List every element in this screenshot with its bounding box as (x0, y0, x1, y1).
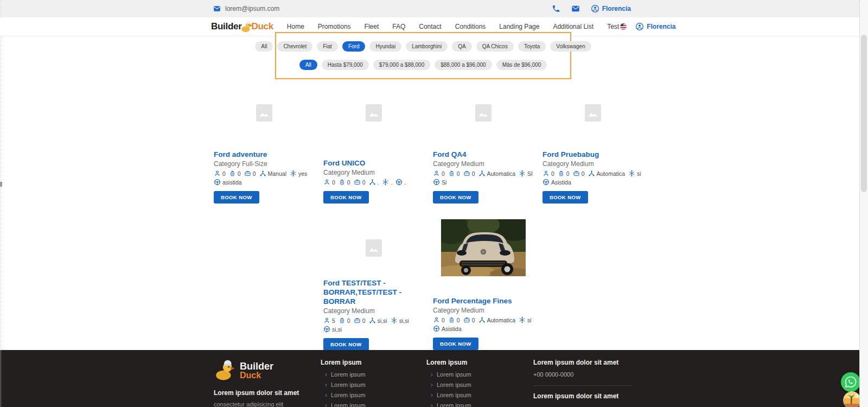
vehicle-specs: 000Manualyesasistida (214, 170, 315, 186)
large-bags-icon (244, 170, 251, 177)
footer-link[interactable]: ›Lorem ipsum (431, 402, 533, 407)
price-chip--88-000-a-96-000[interactable]: $88,000 a $96,000 (435, 60, 492, 70)
spec-passengers: 5 (323, 317, 335, 324)
book-now-button[interactable]: BOOK NOW (433, 191, 478, 204)
image-placeholder-icon (366, 104, 382, 122)
vertical-scrollbar[interactable] (859, 0, 868, 407)
transmission-icon (369, 317, 376, 324)
brand-chip-chevrolet[interactable]: Chevrolet (277, 41, 312, 52)
small-bags-icon (339, 317, 346, 324)
ac-icon (628, 170, 635, 177)
account-circle-icon (591, 4, 599, 13)
nav-user-menu[interactable]: Florencia (635, 22, 675, 31)
image-placeholder-icon (366, 239, 382, 257)
footer-phone[interactable]: +00 0000-0000 (533, 371, 643, 378)
vehicle-category: Category Medium (433, 160, 534, 168)
price-chip-m-s-de-96-000[interactable]: Más de $96,000 (496, 60, 547, 70)
footer-logo-builder: Builder (240, 361, 273, 371)
vehicle-title[interactable]: Ford TEST/TEST - BORRAR,TEST/TEST - BORR… (323, 278, 424, 306)
spec-transmission: Automatica (478, 316, 516, 323)
vehicle-card: Ford adventure Category Full-Size 000Man… (214, 87, 315, 204)
ac-icon (519, 316, 526, 323)
vehicle-category: Category Medium (542, 160, 643, 168)
price-chip--79-000-a-88-000[interactable]: $79,000 a $88,000 (373, 60, 430, 70)
spec-small-bags: 0 (229, 170, 241, 177)
vehicle-category: Category Medium (323, 307, 424, 315)
spec-large-bags: 0 (354, 179, 366, 186)
brand-chip-lamborghini[interactable]: Lamborghini (406, 41, 448, 52)
book-now-button[interactable]: BOOK NOW (323, 338, 369, 351)
footer-link[interactable]: ›Lorem ipsum (325, 392, 426, 398)
chevron-right-icon: › (431, 392, 433, 398)
vehicle-title[interactable]: Ford UNICO (323, 158, 424, 168)
duck-logo-icon (214, 359, 237, 381)
ac-icon (391, 317, 398, 324)
brand-chip-ford[interactable]: Ford (342, 41, 366, 52)
nav-item-fleet[interactable]: Fleet (365, 23, 379, 30)
builderduck-logo[interactable]: Builder Duck (211, 20, 273, 33)
brand-chip-toyota[interactable]: Toyota (518, 41, 546, 52)
footer-link[interactable]: ›Lorem ipsum (431, 392, 533, 398)
phone-icon[interactable] (552, 4, 560, 13)
nav-item-conditions[interactable]: Conditions (455, 23, 486, 30)
brand-chip-qa-chicos[interactable]: QA Chicos (476, 41, 514, 52)
footer-link[interactable]: ›Lorem ipsum (325, 371, 426, 378)
brand-chip-hyundai[interactable]: Hyundai (369, 41, 401, 52)
vehicle-image (214, 87, 315, 138)
brand-chip-qa[interactable]: QA (452, 41, 471, 52)
whatsapp-button[interactable] (841, 372, 860, 392)
vehicle-title[interactable]: Ford QA4 (433, 150, 534, 159)
nav-item-promotions[interactable]: Promotions (318, 23, 351, 30)
footer-link[interactable]: ›Lorem ipsum (431, 381, 533, 388)
footer-contact-title: Lorem ipsum dolor sit amet (533, 359, 643, 366)
whatsapp-icon (844, 376, 857, 389)
vehicle-card: Ford TEST/TEST - BORRAR,TEST/TEST - BORR… (323, 217, 424, 350)
footer-link[interactable]: ›Lorem ipsum (431, 371, 533, 378)
left-edge-handle[interactable] (0, 182, 2, 187)
vehicle-image (323, 217, 424, 278)
book-now-button[interactable]: BOOK NOW (542, 191, 588, 204)
scrollbar-thumb[interactable] (861, 35, 867, 192)
nav-item-landing-page[interactable]: Landing Page (499, 23, 539, 30)
language-flag-icon[interactable] (619, 22, 628, 31)
ac-icon (382, 179, 389, 186)
brand-chip-all[interactable]: All (255, 41, 273, 52)
nav-item-test[interactable]: Test (607, 23, 619, 30)
spec-ac: si (519, 316, 532, 323)
price-chip-hasta-79-000[interactable]: Hasta $79,000 (322, 60, 369, 70)
image-placeholder-icon (475, 104, 492, 122)
spec-ac: . (382, 179, 392, 186)
vehicle-title[interactable]: Ford adventure (214, 150, 315, 159)
chat-agent-avatar[interactable] (843, 391, 861, 407)
footer-logo[interactable]: Builder Duck (214, 359, 321, 381)
vehicle-title[interactable]: Ford Percentage Fines (433, 296, 534, 306)
price-chip-all[interactable]: All (299, 60, 317, 70)
vehicle-title[interactable]: Ford Pruebabug (542, 150, 643, 159)
logo-text-builder: Builder (211, 21, 241, 32)
nav-item-faq[interactable]: FAQ (392, 23, 405, 30)
footer-column-title: Lorem ipsum (321, 359, 426, 366)
footer-link[interactable]: ›Lorem ipsum (325, 381, 426, 388)
spec-small-bags: 0 (558, 170, 570, 177)
spec-small-bags: 0 (339, 317, 350, 324)
book-now-button[interactable]: BOOK NOW (323, 191, 369, 204)
footer-link[interactable]: ›Lorem ipsum (325, 402, 426, 407)
brand-chip-volkswagen[interactable]: Volkswagen (550, 41, 591, 52)
footer-links-column-2: Lorem ipsum›Lorem ipsum›Lorem ipsum›Lore… (426, 359, 533, 407)
mail-icon[interactable] (571, 4, 580, 13)
nav-item-contact[interactable]: Contact (419, 23, 441, 30)
nav-item-home[interactable]: Home (287, 23, 304, 30)
book-now-button[interactable]: BOOK NOW (433, 338, 478, 350)
brand-filter-row: AllChevroletFiatFordHyundaiLamborghiniQA… (255, 41, 591, 52)
book-now-button[interactable]: BOOK NOW (214, 191, 259, 204)
spec-passengers: 0 (214, 170, 226, 177)
vehicle-specs: 000... (323, 179, 424, 186)
nav-item-additional-list[interactable]: Additional List (553, 23, 593, 30)
small-bags-icon (339, 179, 346, 186)
topbar-user-menu[interactable]: Florencia (591, 4, 631, 13)
logo-text-duck: Duck (251, 21, 273, 32)
brand-chip-fiat[interactable]: Fiat (317, 41, 338, 52)
passengers-icon (433, 170, 440, 177)
contact-email[interactable]: lorem@ipsum.com (225, 5, 279, 12)
spec-steering: Si (433, 179, 446, 186)
